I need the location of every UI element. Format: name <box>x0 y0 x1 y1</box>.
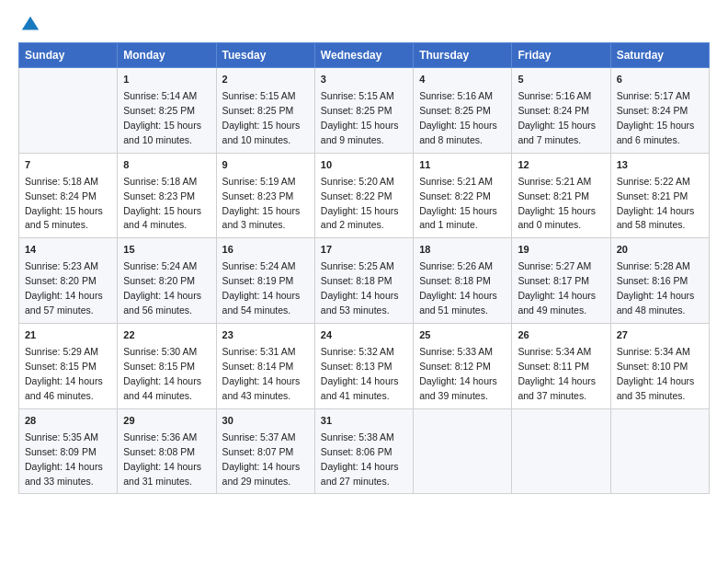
header-day-saturday: Saturday <box>610 43 709 68</box>
day-number: 15 <box>123 243 210 258</box>
calendar-cell: 18Sunrise: 5:26 AMSunset: 8:18 PMDayligh… <box>414 238 512 324</box>
day-number: 30 <box>222 414 309 429</box>
calendar-cell: 2Sunrise: 5:15 AMSunset: 8:25 PMDaylight… <box>216 68 314 154</box>
calendar-cell: 13Sunrise: 5:22 AMSunset: 8:21 PMDayligh… <box>610 153 709 238</box>
calendar-cell: 31Sunrise: 5:38 AMSunset: 8:06 PMDayligh… <box>314 408 413 494</box>
calendar-cell: 28Sunrise: 5:35 AMSunset: 8:09 PMDayligh… <box>19 408 118 494</box>
header-day-monday: Monday <box>118 43 216 68</box>
calendar-week-4: 21Sunrise: 5:29 AMSunset: 8:15 PMDayligh… <box>19 324 710 409</box>
day-info: Sunrise: 5:18 AMSunset: 8:23 PMDaylight:… <box>123 176 201 231</box>
calendar-week-3: 14Sunrise: 5:23 AMSunset: 8:20 PMDayligh… <box>19 238 710 324</box>
day-info: Sunrise: 5:15 AMSunset: 8:25 PMDaylight:… <box>222 90 301 145</box>
calendar-cell: 24Sunrise: 5:32 AMSunset: 8:13 PMDayligh… <box>314 324 413 409</box>
day-info: Sunrise: 5:21 AMSunset: 8:21 PMDaylight:… <box>518 176 596 231</box>
day-number: 9 <box>222 158 309 173</box>
day-info: Sunrise: 5:30 AMSunset: 8:15 PMDaylight:… <box>123 346 201 401</box>
day-number: 10 <box>321 158 407 173</box>
calendar-cell: 3Sunrise: 5:15 AMSunset: 8:25 PMDaylight… <box>314 68 413 154</box>
day-info: Sunrise: 5:24 AMSunset: 8:19 PMDaylight:… <box>222 260 301 316</box>
day-info: Sunrise: 5:15 AMSunset: 8:25 PMDaylight:… <box>321 90 399 145</box>
day-number: 29 <box>123 414 210 429</box>
day-info: Sunrise: 5:29 AMSunset: 8:15 PMDaylight:… <box>25 346 103 401</box>
day-number: 28 <box>25 414 111 429</box>
calendar-cell: 19Sunrise: 5:27 AMSunset: 8:17 PMDayligh… <box>512 238 610 324</box>
day-info: Sunrise: 5:24 AMSunset: 8:20 PMDaylight:… <box>123 260 201 316</box>
calendar-cell: 7Sunrise: 5:18 AMSunset: 8:24 PMDaylight… <box>19 153 118 238</box>
calendar-cell: 11Sunrise: 5:21 AMSunset: 8:22 PMDayligh… <box>414 153 512 238</box>
calendar-cell: 8Sunrise: 5:18 AMSunset: 8:23 PMDaylight… <box>118 153 216 238</box>
day-number: 8 <box>123 158 210 173</box>
day-info: Sunrise: 5:17 AMSunset: 8:24 PMDaylight:… <box>617 90 695 145</box>
calendar-cell: 26Sunrise: 5:34 AMSunset: 8:11 PMDayligh… <box>512 324 610 409</box>
calendar-week-5: 28Sunrise: 5:35 AMSunset: 8:09 PMDayligh… <box>19 408 710 494</box>
day-number: 22 <box>123 328 210 343</box>
calendar-cell: 25Sunrise: 5:33 AMSunset: 8:12 PMDayligh… <box>414 324 512 409</box>
header-day-wednesday: Wednesday <box>314 43 413 68</box>
day-info: Sunrise: 5:25 AMSunset: 8:18 PMDaylight:… <box>321 260 399 316</box>
header-day-thursday: Thursday <box>414 43 512 68</box>
day-info: Sunrise: 5:14 AMSunset: 8:25 PMDaylight:… <box>123 90 201 145</box>
day-number: 2 <box>222 73 309 87</box>
calendar-week-2: 7Sunrise: 5:18 AMSunset: 8:24 PMDaylight… <box>19 153 710 238</box>
day-info: Sunrise: 5:38 AMSunset: 8:06 PMDaylight:… <box>321 431 399 487</box>
calendar-cell <box>512 408 610 494</box>
day-number: 23 <box>222 328 309 343</box>
calendar-cell: 9Sunrise: 5:19 AMSunset: 8:23 PMDaylight… <box>216 153 314 238</box>
calendar-cell <box>414 408 512 494</box>
calendar-cell: 1Sunrise: 5:14 AMSunset: 8:25 PMDaylight… <box>118 68 216 154</box>
day-info: Sunrise: 5:26 AMSunset: 8:18 PMDaylight:… <box>419 260 497 316</box>
day-info: Sunrise: 5:33 AMSunset: 8:12 PMDaylight:… <box>419 346 497 401</box>
day-number: 18 <box>419 243 506 258</box>
day-info: Sunrise: 5:18 AMSunset: 8:24 PMDaylight:… <box>25 176 103 231</box>
header-row: SundayMondayTuesdayWednesdayThursdayFrid… <box>19 43 710 68</box>
day-info: Sunrise: 5:16 AMSunset: 8:24 PMDaylight:… <box>518 90 596 145</box>
day-info: Sunrise: 5:19 AMSunset: 8:23 PMDaylight:… <box>222 176 301 231</box>
day-number: 11 <box>419 158 506 173</box>
calendar-cell: 12Sunrise: 5:21 AMSunset: 8:21 PMDayligh… <box>512 153 610 238</box>
day-info: Sunrise: 5:37 AMSunset: 8:07 PMDaylight:… <box>222 431 301 487</box>
calendar-cell: 23Sunrise: 5:31 AMSunset: 8:14 PMDayligh… <box>216 324 314 409</box>
day-number: 21 <box>25 328 111 343</box>
svg-marker-0 <box>22 17 39 30</box>
day-info: Sunrise: 5:28 AMSunset: 8:16 PMDaylight:… <box>617 260 695 316</box>
calendar-week-1: 1Sunrise: 5:14 AMSunset: 8:25 PMDaylight… <box>19 68 710 154</box>
day-number: 24 <box>321 328 407 343</box>
calendar-cell: 17Sunrise: 5:25 AMSunset: 8:18 PMDayligh… <box>314 238 413 324</box>
day-info: Sunrise: 5:35 AMSunset: 8:09 PMDaylight:… <box>25 431 103 487</box>
day-info: Sunrise: 5:36 AMSunset: 8:08 PMDaylight:… <box>123 431 201 487</box>
day-info: Sunrise: 5:27 AMSunset: 8:17 PMDaylight:… <box>518 260 596 316</box>
day-info: Sunrise: 5:34 AMSunset: 8:10 PMDaylight:… <box>617 346 695 401</box>
day-number: 7 <box>25 158 111 173</box>
page-header <box>18 15 710 35</box>
day-number: 3 <box>321 73 407 87</box>
day-info: Sunrise: 5:16 AMSunset: 8:25 PMDaylight:… <box>419 90 497 145</box>
calendar-cell: 16Sunrise: 5:24 AMSunset: 8:19 PMDayligh… <box>216 238 314 324</box>
day-info: Sunrise: 5:20 AMSunset: 8:22 PMDaylight:… <box>321 176 399 231</box>
calendar-cell: 14Sunrise: 5:23 AMSunset: 8:20 PMDayligh… <box>19 238 118 324</box>
day-info: Sunrise: 5:34 AMSunset: 8:11 PMDaylight:… <box>518 346 596 401</box>
logo <box>18 15 42 35</box>
calendar-table: SundayMondayTuesdayWednesdayThursdayFrid… <box>18 42 710 494</box>
day-number: 31 <box>321 414 407 429</box>
calendar-cell <box>19 68 118 154</box>
calendar-cell: 22Sunrise: 5:30 AMSunset: 8:15 PMDayligh… <box>118 324 216 409</box>
day-number: 25 <box>419 328 506 343</box>
calendar-cell: 10Sunrise: 5:20 AMSunset: 8:22 PMDayligh… <box>314 153 413 238</box>
day-number: 16 <box>222 243 309 258</box>
day-number: 17 <box>321 243 407 258</box>
calendar-cell <box>610 408 709 494</box>
day-info: Sunrise: 5:21 AMSunset: 8:22 PMDaylight:… <box>419 176 497 231</box>
day-number: 19 <box>518 243 604 258</box>
day-number: 5 <box>518 73 604 87</box>
logo-icon <box>20 15 40 35</box>
day-number: 4 <box>419 73 506 87</box>
calendar-cell: 15Sunrise: 5:24 AMSunset: 8:20 PMDayligh… <box>118 238 216 324</box>
header-day-tuesday: Tuesday <box>216 43 314 68</box>
calendar-body: 1Sunrise: 5:14 AMSunset: 8:25 PMDaylight… <box>19 68 710 494</box>
calendar-cell: 6Sunrise: 5:17 AMSunset: 8:24 PMDaylight… <box>610 68 709 154</box>
day-number: 20 <box>617 243 703 258</box>
header-day-sunday: Sunday <box>19 43 118 68</box>
day-number: 13 <box>617 158 703 173</box>
calendar-cell: 5Sunrise: 5:16 AMSunset: 8:24 PMDaylight… <box>512 68 610 154</box>
calendar-cell: 4Sunrise: 5:16 AMSunset: 8:25 PMDaylight… <box>414 68 512 154</box>
